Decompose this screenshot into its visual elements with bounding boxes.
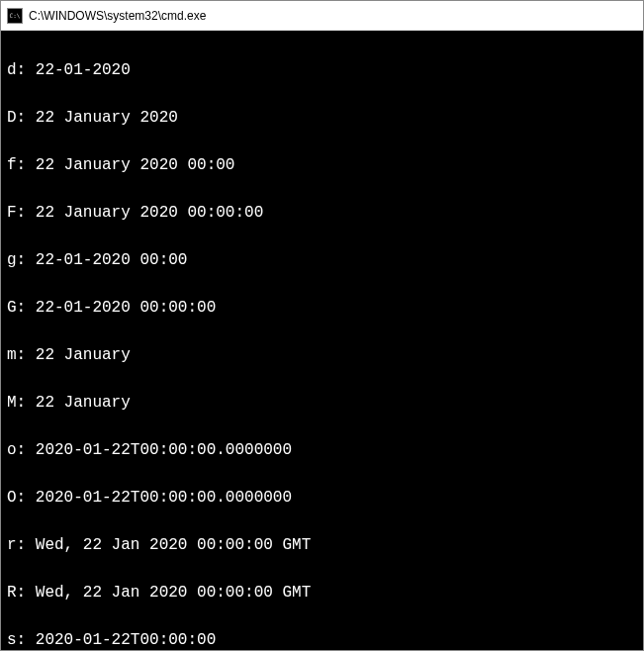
window-title: C:\WINDOWS\system32\cmd.exe [29, 9, 637, 23]
console-line: R: Wed, 22 Jan 2020 00:00:00 GMT [7, 581, 637, 604]
console-line: m: 22 January [7, 343, 637, 367]
console-line: M: 22 January [7, 391, 637, 415]
console-line: D: 22 January 2020 [7, 106, 637, 130]
cmd-window: C:\WINDOWS\system32\cmd.exe d: 22-01-202… [0, 0, 644, 651]
console-line: o: 2020-01-22T00:00:00.0000000 [7, 438, 637, 462]
console-line: g: 22-01-2020 00:00 [7, 248, 637, 272]
titlebar[interactable]: C:\WINDOWS\system32\cmd.exe [1, 1, 643, 31]
console-line: G: 22-01-2020 00:00:00 [7, 296, 637, 320]
console-line: r: Wed, 22 Jan 2020 00:00:00 GMT [7, 533, 637, 557]
console-line: F: 22 January 2020 00:00:00 [7, 201, 637, 225]
console-line: d: 22-01-2020 [7, 58, 637, 82]
console-line: f: 22 January 2020 00:00 [7, 153, 637, 177]
console-output[interactable]: d: 22-01-2020 D: 22 January 2020 f: 22 J… [1, 31, 643, 650]
cmd-icon [7, 8, 23, 24]
console-line: s: 2020-01-22T00:00:00 [7, 628, 637, 650]
console-line: O: 2020-01-22T00:00:00.0000000 [7, 486, 637, 510]
